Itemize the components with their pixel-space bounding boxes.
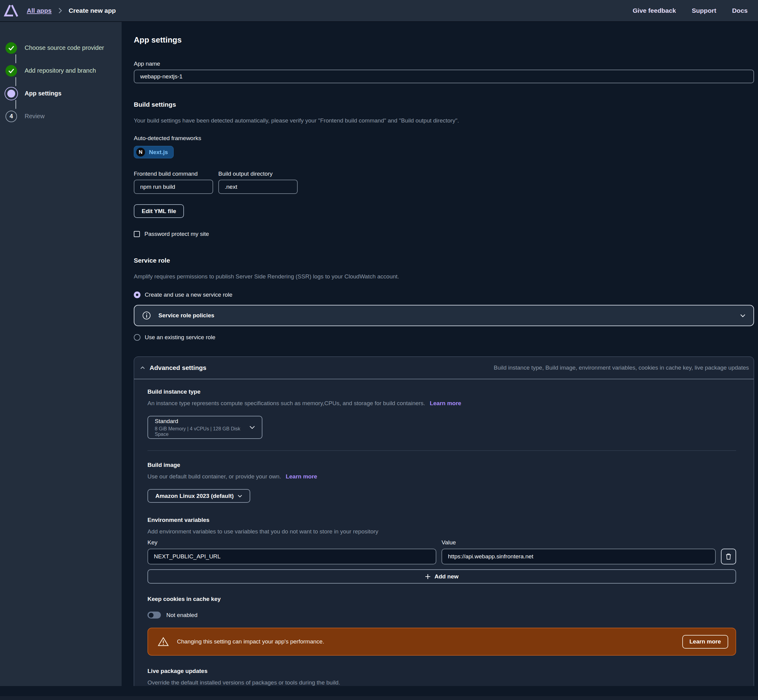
- build-instance-type-select[interactable]: Standard 8 GiB Memory | 4 vCPUs | 128 GB…: [147, 416, 263, 439]
- build-instance-selected-detail: 8 GiB Memory | 4 vCPUs | 128 GB Disk Spa…: [155, 426, 249, 437]
- step-complete-icon: [5, 65, 17, 77]
- build-instance-selected: Standard: [155, 418, 249, 425]
- environment-variables-description: Add environment variables to use variabl…: [147, 528, 736, 535]
- auto-detected-frameworks-label: Auto-detected frameworks: [134, 135, 754, 142]
- build-image-description: Use our default build container, or prov…: [147, 473, 281, 480]
- app-name-input[interactable]: [134, 70, 754, 83]
- build-settings-title: Build settings: [134, 101, 754, 108]
- service-role-policies-expander[interactable]: Service role policies: [134, 305, 754, 326]
- main-panel: App settings App name Build settings You…: [122, 22, 758, 700]
- environment-variable-row: Key Value: [147, 539, 736, 564]
- trash-icon: [725, 553, 732, 560]
- build-settings-description: Your build settings have been detected a…: [134, 117, 754, 124]
- environment-variables-title: Environment variables: [147, 517, 736, 523]
- give-feedback-link[interactable]: Give feedback: [633, 7, 676, 14]
- performance-warning-banner: Changing this setting can impact your ap…: [147, 628, 736, 656]
- service-role-existing-label: Use an existing service role: [145, 334, 215, 341]
- chevron-down-icon: [249, 425, 255, 429]
- add-env-variable-button[interactable]: Add new: [147, 569, 736, 584]
- breadcrumb-chevron-icon: [58, 8, 62, 14]
- remove-env-variable-button[interactable]: [721, 548, 736, 564]
- advanced-settings-header[interactable]: Advanced settings Build instance type, B…: [134, 357, 754, 379]
- amplify-logo[interactable]: [4, 4, 19, 17]
- advanced-settings-title: Advanced settings: [150, 364, 206, 372]
- step-app-settings: App settings: [5, 82, 122, 105]
- check-icon: [8, 69, 14, 73]
- framework-badge-nextjs: N Next.js: [134, 146, 173, 158]
- add-env-variable-label: Add new: [434, 573, 458, 580]
- breadcrumb: All apps Create new app: [27, 7, 116, 14]
- chevron-down-icon: [238, 495, 242, 498]
- page-footer-strip: [0, 686, 758, 700]
- breadcrumb-current: Create new app: [69, 7, 116, 14]
- step-label: Review: [25, 113, 45, 120]
- wizard-steps-sidebar: Choose source code provider Add reposito…: [0, 22, 122, 686]
- service-role-new-label: Create and use a new service role: [145, 292, 232, 298]
- env-value-input[interactable]: [441, 548, 716, 564]
- step-complete-icon: [5, 42, 17, 54]
- step-number: 4: [5, 111, 17, 122]
- edit-yml-file-button[interactable]: Edit YML file: [134, 204, 184, 218]
- plus-icon: [425, 574, 431, 579]
- warning-icon: [158, 637, 169, 647]
- service-role-new-option[interactable]: Create and use a new service role: [134, 292, 754, 298]
- step-choose-source-provider[interactable]: Choose source code provider: [5, 36, 122, 59]
- keep-cookies-toggle[interactable]: [147, 611, 161, 619]
- build-instance-learn-more-link[interactable]: Learn more: [430, 400, 461, 406]
- build-image-learn-more-link[interactable]: Learn more: [286, 473, 317, 480]
- live-package-updates-description: Override the default installed versions …: [147, 679, 736, 686]
- framework-badge-label: Next.js: [149, 149, 168, 156]
- build-output-directory-input[interactable]: [218, 180, 298, 194]
- advanced-settings-summary: Build instance type, Build image, enviro…: [494, 364, 749, 371]
- app-name-label: App name: [134, 61, 754, 67]
- advanced-settings-panel: Advanced settings Build instance type, B…: [134, 356, 754, 700]
- performance-warning-text: Changing this setting can impact your ap…: [177, 638, 324, 645]
- radio-selected[interactable]: [134, 292, 141, 298]
- step-review: 4 Review: [5, 105, 122, 128]
- service-role-policies-label: Service role policies: [158, 312, 214, 319]
- chevron-up-icon: [140, 366, 145, 369]
- keep-cookies-toggle-label: Not enabled: [166, 612, 197, 619]
- env-value-label: Value: [441, 539, 716, 546]
- step-current-icon: [5, 87, 18, 100]
- keep-cookies-title: Keep cookies in cache key: [147, 596, 736, 602]
- build-instance-type-title: Build instance type: [147, 389, 736, 395]
- frontend-build-command-label: Frontend build command: [134, 170, 213, 177]
- radio-unselected[interactable]: [134, 334, 141, 341]
- build-image-select[interactable]: Amazon Linux 2023 (default): [147, 489, 250, 503]
- page-title: App settings: [134, 35, 754, 45]
- live-package-updates-title: Live package updates: [147, 668, 736, 675]
- build-image-selected: Amazon Linux 2023 (default): [155, 493, 234, 499]
- env-key-label: Key: [147, 539, 436, 546]
- breadcrumb-all-apps[interactable]: All apps: [27, 7, 52, 14]
- check-icon: [8, 45, 14, 50]
- service-role-title: Service role: [134, 257, 754, 264]
- info-icon: [142, 311, 151, 320]
- step-add-repository[interactable]: Add repository and branch: [5, 59, 122, 82]
- step-label: Choose source code provider: [25, 44, 104, 52]
- password-protect-checkbox[interactable]: [134, 231, 140, 237]
- service-role-existing-option[interactable]: Use an existing service role: [134, 334, 754, 341]
- service-role-description: Amplify requires permissions to publish …: [134, 273, 754, 280]
- top-navigation: All apps Create new app Give feedback Su…: [0, 0, 758, 22]
- support-link[interactable]: Support: [692, 7, 716, 14]
- password-protect-label: Password protect my site: [144, 231, 209, 238]
- step-label: Add repository and branch: [25, 67, 96, 74]
- password-protect-row[interactable]: Password protect my site: [134, 231, 754, 238]
- build-image-title: Build image: [147, 462, 736, 469]
- build-output-directory-label: Build output directory: [218, 170, 298, 177]
- nextjs-logo-icon: N: [136, 148, 145, 156]
- warning-learn-more-button[interactable]: Learn more: [682, 635, 728, 648]
- frontend-build-command-input[interactable]: [134, 180, 213, 194]
- chevron-down-icon: [740, 314, 745, 317]
- env-key-input[interactable]: [147, 548, 436, 564]
- docs-link[interactable]: Docs: [732, 7, 748, 14]
- build-instance-type-description: An instance type represents compute spec…: [147, 400, 425, 406]
- step-label: App settings: [25, 90, 61, 97]
